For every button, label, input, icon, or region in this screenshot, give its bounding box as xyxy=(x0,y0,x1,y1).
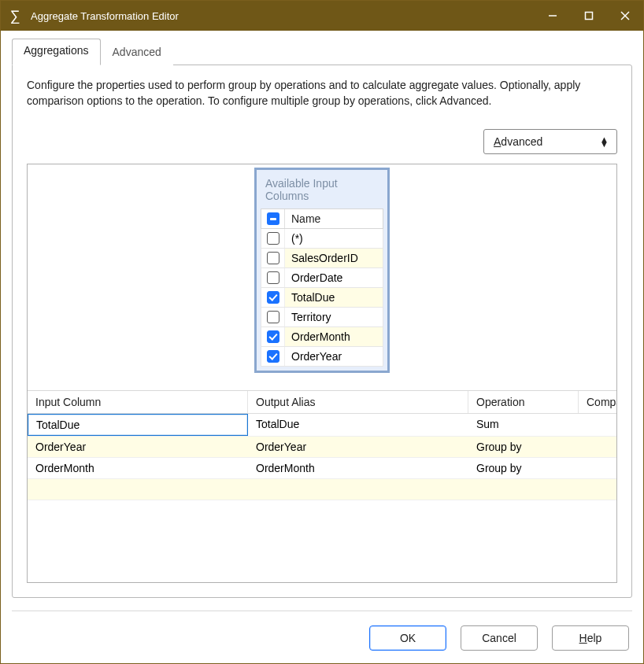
available-columns-table: Name (*)SalesOrderIDOrderDateTotalDueTer… xyxy=(261,208,383,367)
cell-empty[interactable] xyxy=(28,479,248,500)
grid-new-row[interactable] xyxy=(28,479,616,500)
tab-advanced[interactable]: Advanced xyxy=(101,39,173,65)
cell-output-alias[interactable]: OrderYear xyxy=(248,437,468,457)
available-column-row[interactable]: (*) xyxy=(261,229,383,249)
ok-button[interactable]: OK xyxy=(369,625,446,651)
available-columns-area: Available Input Columns Name (*)SalesOrd… xyxy=(28,164,616,390)
minimize-button[interactable] xyxy=(535,1,571,31)
grid-scroll[interactable]: Input Column Output Alias Operation Comp… xyxy=(28,391,616,582)
cell-input-column[interactable]: TotalDue xyxy=(28,414,248,436)
window-title: Aggregate Transformation Editor xyxy=(31,10,179,22)
sigma-icon: ∑ xyxy=(7,8,23,24)
column-checkbox[interactable] xyxy=(267,232,279,245)
cancel-button[interactable]: Cancel xyxy=(461,625,538,651)
advanced-dropdown-label: Advanced xyxy=(494,135,542,148)
editor-panel: Available Input Columns Name (*)SalesOrd… xyxy=(27,164,617,583)
window-buttons xyxy=(535,1,643,31)
cell-comparison[interactable] xyxy=(579,437,616,457)
cell-output-alias[interactable]: TotalDue xyxy=(248,414,468,436)
cell-operation[interactable]: Group by xyxy=(468,458,579,478)
aggregation-grid: Input Column Output Alias Operation Comp… xyxy=(28,390,616,582)
grid-row[interactable]: TotalDueTotalDueSum xyxy=(28,414,616,437)
column-name: TotalDue xyxy=(285,288,383,307)
available-column-row[interactable]: OrderYear xyxy=(261,347,383,367)
client-area: Aggregations Advanced Configure the prop… xyxy=(1,31,643,663)
grid-header-input-column[interactable]: Input Column xyxy=(28,391,248,413)
cell-comparison[interactable] xyxy=(579,414,616,436)
available-column-row[interactable]: SalesOrderID xyxy=(261,249,383,268)
cell-empty[interactable] xyxy=(579,479,616,500)
advanced-dropdown[interactable]: Advanced ▲▼ xyxy=(483,129,617,154)
cell-comparison[interactable] xyxy=(579,458,616,478)
footer-buttons: OK Cancel Help xyxy=(12,611,632,652)
available-column-row[interactable]: Territory xyxy=(261,308,383,327)
available-column-row[interactable]: OrderMonth xyxy=(261,327,383,347)
cell-input-column[interactable]: OrderMonth xyxy=(28,458,248,478)
svg-rect-1 xyxy=(586,13,593,20)
cell-empty[interactable] xyxy=(468,479,579,500)
cell-operation[interactable]: Sum xyxy=(468,414,579,436)
cell-input-column[interactable]: OrderYear xyxy=(28,437,248,457)
cell-output-alias[interactable]: OrderMonth xyxy=(248,458,468,478)
column-name: OrderMonth xyxy=(285,327,383,346)
titlebar: ∑ Aggregate Transformation Editor xyxy=(1,1,643,31)
column-checkbox[interactable] xyxy=(267,291,279,304)
available-columns-title: Available Input Columns xyxy=(261,174,383,208)
column-name: OrderDate xyxy=(285,268,383,287)
column-checkbox[interactable] xyxy=(267,252,279,264)
updown-icon: ▲▼ xyxy=(600,137,609,146)
advanced-dropdown-row: Advanced ▲▼ xyxy=(27,129,617,154)
column-name: Territory xyxy=(285,308,383,326)
tab-page-aggregations: Configure the properties used to perform… xyxy=(12,65,632,598)
available-column-row[interactable]: TotalDue xyxy=(261,288,383,308)
help-button[interactable]: Help xyxy=(552,625,629,651)
column-name: OrderYear xyxy=(285,347,383,366)
grid-header-comparison[interactable]: Compa xyxy=(579,391,616,413)
dialog-window: ∑ Aggregate Transformation Editor Aggreg… xyxy=(0,0,644,664)
help-button-label: Help xyxy=(579,632,602,644)
tabstrip: Aggregations Advanced xyxy=(12,39,632,65)
tab-aggregations[interactable]: Aggregations xyxy=(12,39,101,65)
column-checkbox[interactable] xyxy=(267,350,279,363)
cell-operation[interactable]: Group by xyxy=(468,437,579,457)
column-name: (*) xyxy=(285,229,383,248)
grid-row[interactable]: OrderMonthOrderMonthGroup by xyxy=(28,458,616,479)
description-text: Configure the properties used to perform… xyxy=(27,78,617,109)
grid-header: Input Column Output Alias Operation Comp… xyxy=(28,391,616,414)
column-checkbox[interactable] xyxy=(267,271,279,284)
cell-empty[interactable] xyxy=(248,479,468,500)
column-checkbox[interactable] xyxy=(267,311,279,323)
available-column-row[interactable]: OrderDate xyxy=(261,268,383,288)
available-columns-header-name[interactable]: Name xyxy=(285,209,383,228)
available-columns-header: Name xyxy=(261,208,383,229)
maximize-button[interactable] xyxy=(571,1,607,31)
available-columns-box: Available Input Columns Name (*)SalesOrd… xyxy=(254,168,390,373)
grid-row[interactable]: OrderYearOrderYearGroup by xyxy=(28,437,616,458)
grid-header-output-alias[interactable]: Output Alias xyxy=(248,391,468,413)
header-checkbox-indeterminate[interactable] xyxy=(267,212,279,225)
column-name: SalesOrderID xyxy=(285,249,383,267)
column-checkbox[interactable] xyxy=(267,330,279,343)
grid-header-operation[interactable]: Operation xyxy=(468,391,579,413)
close-button[interactable] xyxy=(607,1,643,31)
